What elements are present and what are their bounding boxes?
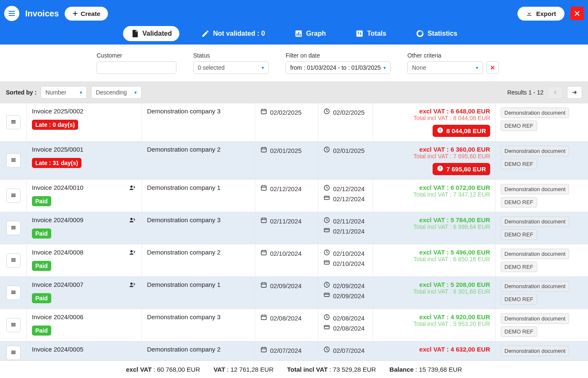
- row-menu-cell: [0, 309, 27, 341]
- close-button[interactable]: [570, 7, 584, 20]
- calendar-icon: [260, 216, 267, 226]
- calendar-icon: [260, 313, 267, 323]
- row-amount-cell: excl VAT : 4 920,00 EURTotal incl VAT : …: [373, 309, 496, 341]
- row-due-date-cell: 02/12/202402/12/2024: [318, 180, 373, 212]
- card-icon: [323, 226, 330, 236]
- invoice-row[interactable]: Invoice 2024/0006PaidDemonstration compa…: [0, 309, 588, 341]
- svg-rect-48: [261, 218, 266, 223]
- sort-bar: Sorted by : Number▾ Descending▾ Results …: [0, 81, 588, 103]
- invoice-row[interactable]: Invoice 2025/0001Late : 31 day(s)Demonst…: [0, 142, 588, 180]
- menu-icon: [8, 9, 16, 18]
- amount-excl-vat: excl VAT : 5 784,00 EUR: [419, 216, 490, 223]
- issue-date: 02/01/2025: [270, 146, 302, 156]
- invoice-row[interactable]: Invoice 2024/0008PaidDemonstration compa…: [0, 244, 588, 277]
- row-menu-cell: [0, 212, 27, 244]
- svg-rect-32: [440, 170, 440, 170]
- export-button[interactable]: Export: [517, 7, 564, 21]
- invoice-number: Invoice 2024/0008: [32, 249, 84, 256]
- row-amount-cell: excl VAT : 6 072,00 EURTotal incl VAT : …: [373, 180, 496, 212]
- sort-field-select[interactable]: Number▾: [41, 86, 87, 99]
- prev-page-button[interactable]: [548, 86, 563, 99]
- invoice-row[interactable]: Invoice 2024/0007PaidDemonstration compa…: [0, 277, 588, 309]
- export-label: Export: [536, 10, 556, 17]
- other-filter-select[interactable]: None▾: [407, 61, 483, 74]
- row-menu-button[interactable]: [6, 189, 21, 203]
- sort-field-value: Number: [45, 89, 66, 96]
- create-button[interactable]: Create: [65, 7, 108, 21]
- invoice-list[interactable]: Invoice 2025/0002Late : 0 day(s)Demonstr…: [0, 103, 588, 360]
- invoice-row[interactable]: Invoice 2024/0009PaidDemonstration compa…: [0, 212, 588, 244]
- status-filter-value: 0 selected: [198, 64, 225, 71]
- status-filter-select[interactable]: 0 selected▾: [193, 61, 269, 74]
- tab-graph[interactable]: Graph: [287, 26, 333, 41]
- document-tag: Demonstration document: [501, 249, 569, 259]
- pencil-icon: [201, 29, 210, 38]
- tab-totals[interactable]: Totals: [348, 26, 394, 41]
- customer-filter-label: Customer: [97, 52, 176, 59]
- row-menu-button[interactable]: [6, 115, 21, 129]
- due-date: 02/12/2024: [333, 184, 365, 194]
- menu-icon: [10, 289, 17, 297]
- row-menu-button[interactable]: [6, 286, 21, 300]
- date-filter-label: Filter on date: [286, 52, 391, 59]
- clock-icon: [323, 108, 330, 118]
- row-menu-button[interactable]: [6, 346, 21, 360]
- amount-due: 7 695,60 EUR: [446, 165, 486, 173]
- invoice-row[interactable]: Invoice 2025/0002Late : 0 day(s)Demonstr…: [0, 103, 588, 142]
- document-tag: Demonstration document: [501, 281, 569, 291]
- invoice-row[interactable]: Invoice 2024/0005Demonstration company 2…: [0, 341, 588, 360]
- customer-filter-input[interactable]: [97, 61, 176, 74]
- next-page-button[interactable]: [567, 86, 582, 99]
- footer-inc-value: : 73 529,28 EUR: [328, 366, 376, 373]
- arrow-left-icon: [551, 89, 559, 95]
- footer-vat-value: : 12 761,28 EUR: [225, 366, 273, 373]
- tab-statistics-label: Statistics: [428, 30, 457, 37]
- row-issue-date-cell: 02/07/2024: [255, 341, 318, 360]
- tab-validated-label: Validated: [142, 30, 172, 37]
- status-badge: Paid: [32, 196, 51, 206]
- customer-name: Demonstration company 3: [147, 108, 250, 115]
- main-menu-button[interactable]: [4, 6, 19, 21]
- sort-direction-select[interactable]: Descending▾: [91, 86, 142, 99]
- row-customer-cell: Demonstration company 1: [142, 180, 255, 212]
- date-filter-select[interactable]: from : 01/03/2024 - to : 01/03/2025▾: [286, 61, 391, 74]
- tab-statistics[interactable]: Statistics: [408, 26, 465, 41]
- tab-validated[interactable]: Validated: [123, 26, 179, 41]
- row-tags-cell: Demonstration documentDEMO REF: [496, 277, 588, 309]
- reference-tag: DEMO REF: [501, 326, 537, 337]
- amount-incl-vat: Total incl VAT : 5 953,20 EUR: [413, 320, 490, 327]
- row-customer-cell: Demonstration company 2: [142, 244, 255, 276]
- invoice-number: Invoice 2025/0002: [32, 108, 84, 115]
- clear-filters-button[interactable]: ✕: [486, 61, 499, 74]
- row-menu-button[interactable]: [6, 253, 21, 268]
- document-tag: Demonstration document: [501, 184, 569, 194]
- svg-rect-70: [261, 283, 266, 287]
- invoice-number: Invoice 2024/0009: [32, 216, 84, 223]
- status-badge: Paid: [32, 228, 51, 239]
- card-icon: [323, 194, 330, 204]
- plus-icon: [72, 10, 78, 16]
- tab-not-validated[interactable]: Not validated : 0: [194, 26, 273, 41]
- menu-icon: [10, 225, 17, 232]
- date-filter-value: from : 01/03/2024 - to : 01/03/2025: [290, 64, 381, 71]
- row-menu-button[interactable]: [6, 221, 21, 235]
- arrow-right-icon: [570, 89, 579, 95]
- row-menu-button[interactable]: [6, 318, 21, 332]
- row-info-cell: Invoice 2024/0009Paid: [27, 212, 142, 244]
- calendar-icon: [260, 146, 267, 156]
- amount-due-pill: 8 044,08 EUR: [433, 125, 490, 137]
- row-info-cell: Invoice 2024/0007Paid: [27, 277, 142, 309]
- create-label: Create: [81, 10, 100, 17]
- amount-incl-vat: Total incl VAT : 6 650,16 EUR: [413, 256, 490, 262]
- row-menu-button[interactable]: [6, 153, 21, 168]
- invoice-row[interactable]: Invoice 2024/0010PaidDemonstration compa…: [0, 180, 588, 212]
- row-amount-cell: excl VAT : 6 360,00 EURTotal incl VAT : …: [373, 142, 496, 179]
- row-tags-cell: Demonstration documentDEMO REF: [496, 103, 588, 141]
- amount-excl-vat: excl VAT : 5 496,00 EUR: [419, 249, 490, 256]
- amount-excl-vat: excl VAT : 4 632,00 EUR: [419, 346, 490, 353]
- row-customer-cell: Demonstration company 3: [142, 212, 255, 244]
- amount-excl-vat: excl VAT : 6 648,00 EUR: [419, 108, 490, 115]
- svg-rect-6: [297, 34, 298, 36]
- row-due-date-cell: 02/09/202402/09/2024: [318, 277, 373, 309]
- row-issue-date-cell: 02/08/2024: [255, 309, 318, 341]
